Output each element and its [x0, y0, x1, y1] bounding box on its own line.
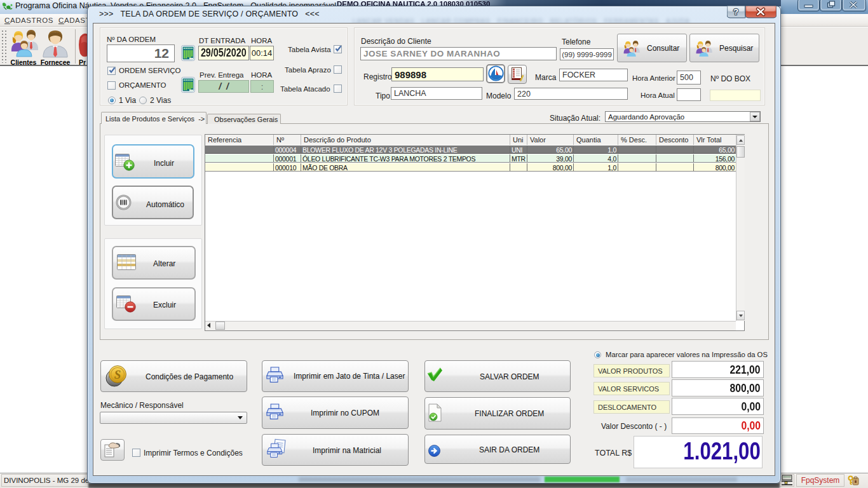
svg-text:?: ?: [733, 7, 738, 17]
svg-text:S: S: [114, 368, 121, 381]
